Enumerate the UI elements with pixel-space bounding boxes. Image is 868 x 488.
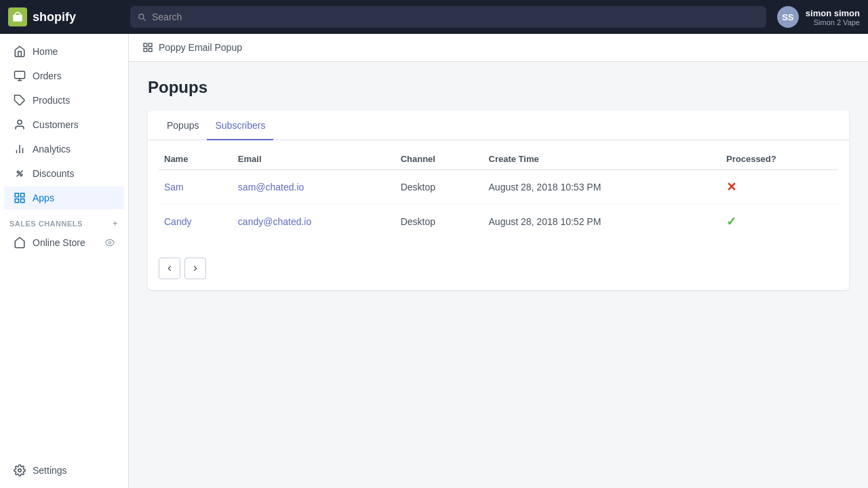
row1-email-link[interactable]: sam@chated.io xyxy=(238,182,304,192)
user-store: Simon 2 Vape xyxy=(806,18,860,26)
user-name: simon simon xyxy=(806,8,860,18)
row2-email-link[interactable]: candy@chated.io xyxy=(238,216,311,227)
sidebar-label-products: Products xyxy=(33,95,70,106)
avatar: SS xyxy=(777,6,799,28)
sidebar-item-settings[interactable]: Settings xyxy=(4,459,124,482)
sidebar-item-analytics[interactable]: Analytics xyxy=(4,138,124,161)
logo[interactable]: shopify xyxy=(8,7,130,26)
logo-text: shopify xyxy=(33,10,76,24)
col-name: Name xyxy=(159,146,233,170)
breadcrumb-grid-icon xyxy=(142,42,153,53)
main-content: Poppy Email Popup Popups Popups Subscrib… xyxy=(129,34,868,488)
user-area: SS simon simon Simon 2 Vape xyxy=(777,6,860,28)
row2-name: Candy xyxy=(159,205,233,239)
prev-page-button[interactable] xyxy=(159,258,180,279)
table-body: Sam sam@chated.io Desktop August 28, 201… xyxy=(159,170,838,239)
processed-check-icon: ✓ xyxy=(726,215,736,228)
top-navigation: shopify SS simon simon Simon 2 Vape xyxy=(0,0,868,34)
sidebar-item-online-store[interactable]: Online Store xyxy=(4,232,124,253)
table-row: Candy candy@chated.io Desktop August 28,… xyxy=(159,205,838,239)
svg-point-8 xyxy=(17,171,19,173)
tab-popups[interactable]: Popups xyxy=(159,110,207,140)
sidebar-label-home: Home xyxy=(33,46,58,57)
sidebar-item-home[interactable]: Home xyxy=(4,40,124,63)
sidebar-item-apps[interactable]: Apps xyxy=(4,186,124,209)
search-icon xyxy=(137,12,146,22)
tabs-container: Popups Subscribers xyxy=(148,110,849,140)
tab-subscribers[interactable]: Subscribers xyxy=(207,110,273,140)
row2-channel: Desktop xyxy=(395,205,484,239)
svg-rect-14 xyxy=(21,199,24,203)
arrow-right-icon xyxy=(191,264,200,273)
sidebar-label-orders: Orders xyxy=(33,70,62,81)
sidebar-spacer xyxy=(0,254,128,458)
sidebar-label-apps: Apps xyxy=(33,192,54,203)
table-container: Name Email Channel Create Time Processed… xyxy=(148,146,849,249)
svg-rect-12 xyxy=(21,193,24,197)
page-content: Popups Popups Subscribers Name Email Ch xyxy=(129,62,868,306)
user-info: simon simon Simon 2 Vape xyxy=(806,8,860,26)
row1-processed: ✕ xyxy=(721,170,838,205)
col-email: Email xyxy=(233,146,395,170)
next-page-button[interactable] xyxy=(184,258,206,279)
svg-rect-17 xyxy=(144,43,147,47)
analytics-icon xyxy=(14,143,26,155)
row1-name-link[interactable]: Sam xyxy=(164,182,184,192)
home-icon xyxy=(14,45,26,58)
sidebar-label-analytics: Analytics xyxy=(33,144,71,155)
layout: Home Orders Products Customers Analytics… xyxy=(0,34,868,488)
discounts-icon xyxy=(14,167,26,180)
row1-email: sam@chated.io xyxy=(233,170,395,205)
row1-channel: Desktop xyxy=(395,170,484,205)
svg-rect-11 xyxy=(15,193,18,197)
svg-point-16 xyxy=(18,469,22,472)
sidebar-label-settings: Settings xyxy=(33,465,67,476)
page-title: Popups xyxy=(148,78,849,97)
online-store-left: Online Store xyxy=(14,237,85,249)
sidebar-item-discounts[interactable]: Discounts xyxy=(4,162,124,185)
sidebar: Home Orders Products Customers Analytics… xyxy=(0,34,129,488)
sidebar-label-discounts: Discounts xyxy=(33,168,74,179)
customers-icon xyxy=(14,119,26,131)
row1-create-time: August 28, 2018 10:53 PM xyxy=(484,170,721,205)
bag-svg xyxy=(12,11,24,23)
col-create-time: Create Time xyxy=(484,146,721,170)
table-header: Name Email Channel Create Time Processed… xyxy=(159,146,838,170)
row2-create-time: August 28, 2018 10:52 PM xyxy=(484,205,721,239)
breadcrumb: Poppy Email Popup xyxy=(129,34,868,62)
table-row: Sam sam@chated.io Desktop August 28, 201… xyxy=(159,170,838,205)
sidebar-label-customers: Customers xyxy=(33,119,79,130)
pagination xyxy=(148,249,849,290)
col-channel: Channel xyxy=(395,146,484,170)
svg-point-4 xyxy=(18,120,22,124)
arrow-left-icon xyxy=(165,264,174,273)
sidebar-item-customers[interactable]: Customers xyxy=(4,113,124,136)
svg-rect-13 xyxy=(15,199,18,203)
popups-card: Popups Subscribers Name Email Channel Cr… xyxy=(148,110,849,290)
products-icon xyxy=(14,94,26,106)
online-store-icon xyxy=(14,237,26,249)
sales-channels-label: SALES CHANNELS xyxy=(9,220,83,228)
processed-cross-icon: ✕ xyxy=(726,180,736,194)
row2-email: candy@chated.io xyxy=(233,205,395,239)
settings-icon xyxy=(14,464,26,476)
breadcrumb-title: Poppy Email Popup xyxy=(159,42,242,53)
svg-rect-0 xyxy=(15,71,25,79)
sidebar-item-orders[interactable]: Orders xyxy=(4,64,124,87)
search-bar[interactable] xyxy=(130,6,766,28)
col-processed: Processed? xyxy=(721,146,838,170)
row1-name: Sam xyxy=(159,170,233,205)
header-row: Name Email Channel Create Time Processed… xyxy=(159,146,838,170)
sidebar-label-online-store: Online Store xyxy=(33,237,85,248)
svg-rect-19 xyxy=(144,48,147,52)
eye-icon xyxy=(105,238,115,247)
sidebar-item-products[interactable]: Products xyxy=(4,89,124,112)
search-input[interactable] xyxy=(152,12,760,22)
svg-point-15 xyxy=(108,241,111,244)
apps-icon xyxy=(14,192,26,204)
add-sales-channel-icon[interactable]: ＋ xyxy=(111,218,119,228)
sales-channels-section: SALES CHANNELS ＋ xyxy=(0,210,128,231)
shopify-bag-icon xyxy=(8,7,27,26)
row2-name-link[interactable]: Candy xyxy=(164,216,191,227)
svg-rect-20 xyxy=(149,48,152,52)
